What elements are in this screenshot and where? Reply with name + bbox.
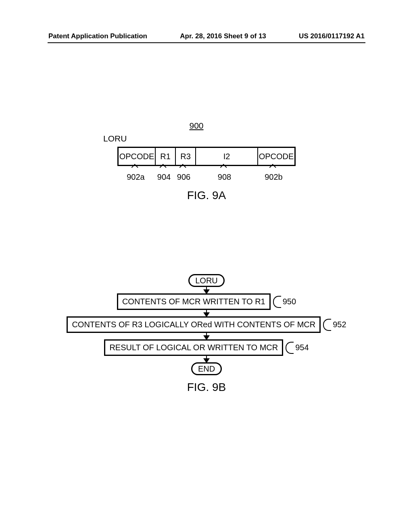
flow-start: LORU (188, 274, 225, 287)
step-ref-950: 950 (273, 296, 296, 308)
step-ref-952: 952 (323, 319, 346, 331)
field-opcode-b: OPCODE (258, 148, 295, 166)
ref-label: 950 (283, 297, 296, 306)
callout-902b: 902b (265, 172, 283, 182)
step-ref-954: 954 (286, 342, 309, 354)
figure-9b: LORU CONTENTS OF MCR WRITTEN TO R1 950 C… (0, 274, 413, 394)
figure-9a-refnum: 900 (189, 121, 203, 131)
arrow-down-icon (206, 333, 207, 339)
leader-curve-icon (323, 319, 331, 331)
callout-908: 908 (218, 172, 231, 182)
flow-step-954: RESULT OF LOGICAL OR WRITTEN TO MCR (104, 339, 283, 356)
callout-row: 902a 904 906 908 902b (117, 166, 296, 182)
callout-902a: 902a (127, 172, 145, 182)
flow-step-952-row: CONTENTS OF R3 LOGICALLY ORed WITH CONTE… (67, 316, 346, 333)
header-left: Patent Application Publication (48, 32, 147, 40)
flow-step-950: CONTENTS OF MCR WRITTEN TO R1 (117, 293, 271, 310)
flow-step-952: CONTENTS OF R3 LOGICALLY ORed WITH CONTE… (67, 316, 321, 333)
field-opcode-a: OPCODE (118, 148, 156, 166)
ref-label: 954 (295, 343, 309, 352)
figure-9a: 900 LORU OPCODE R1 R3 I2 OPCODE 902a 904… (0, 121, 413, 202)
arrow-down-icon (206, 287, 207, 293)
page-header: Patent Application Publication Apr. 28, … (48, 32, 365, 40)
header-rule (48, 42, 365, 43)
field-r1: R1 (155, 148, 175, 166)
instruction-format-table: OPCODE R1 R3 I2 OPCODE 902a 904 906 908 … (117, 147, 296, 182)
leader-curve-icon (273, 296, 281, 308)
header-right: US 2016/0117192 A1 (299, 32, 365, 40)
callout-904: 904 (157, 172, 171, 182)
figure-9b-caption: FIG. 9B (187, 381, 226, 394)
instruction-mnemonic: LORU (103, 134, 127, 143)
field-r3: R3 (175, 148, 196, 166)
arrow-down-icon (206, 310, 207, 316)
ref-label: 952 (333, 320, 346, 329)
header-center: Apr. 28, 2016 Sheet 9 of 13 (180, 32, 266, 40)
flow-end: END (191, 362, 222, 375)
patent-page: Patent Application Publication Apr. 28, … (0, 0, 413, 532)
leader-curve-icon (286, 342, 294, 354)
figure-9a-caption: FIG. 9A (187, 189, 226, 202)
field-i2: I2 (196, 148, 258, 166)
flow-step-950-row: CONTENTS OF MCR WRITTEN TO R1 950 (117, 293, 296, 310)
flow-step-954-row: RESULT OF LOGICAL OR WRITTEN TO MCR 954 (104, 339, 309, 356)
arrow-down-icon (206, 356, 207, 362)
callout-906: 906 (177, 172, 190, 182)
